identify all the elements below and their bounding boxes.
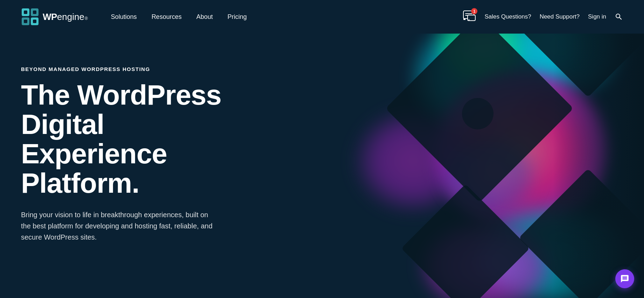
circle-cutout <box>462 98 493 129</box>
hero-content: BEYOND MANAGED WORDPRESS HOSTING The Wor… <box>21 56 266 243</box>
logo-registered: ® <box>85 16 88 21</box>
chat-widget-button[interactable] <box>615 269 634 288</box>
sign-in-link[interactable]: Sign in <box>588 13 606 20</box>
hero-title: The WordPress Digital Experience Platfor… <box>21 80 266 198</box>
hero-subtitle: Bring your vision to life in breakthroug… <box>21 209 217 243</box>
svg-rect-7 <box>33 20 36 23</box>
navbar-right: 1 Sales Questions? Need Support? Sign in <box>463 9 623 24</box>
nav-link-pricing[interactable]: Pricing <box>222 10 252 23</box>
svg-rect-6 <box>24 20 27 23</box>
sales-chat-icon-wrapper[interactable]: 1 <box>463 9 476 24</box>
hero-title-line1: The WordPress Digital <box>21 79 221 140</box>
logo-engine: engine <box>57 12 84 22</box>
nav-link-about[interactable]: About <box>191 10 218 23</box>
svg-rect-4 <box>24 10 27 14</box>
nav-link-resources[interactable]: Resources <box>146 10 187 23</box>
logo-icon <box>21 8 39 26</box>
logo[interactable]: WP engine ® <box>21 8 88 26</box>
navbar-left: WP engine ® Solutions Resources About Pr… <box>21 8 252 26</box>
diamond-shape-4 <box>401 184 530 298</box>
svg-rect-5 <box>33 10 36 14</box>
hero-title-line2: Experience Platform. <box>21 138 167 199</box>
need-support-link[interactable]: Need Support? <box>540 13 580 20</box>
chat-widget-icon <box>620 274 629 283</box>
nav-link-solutions[interactable]: Solutions <box>105 10 142 23</box>
edge-overlay <box>553 0 644 298</box>
nav-links: Solutions Resources About Pricing <box>105 10 252 23</box>
sales-questions-link[interactable]: Sales Questions? <box>484 13 531 20</box>
search-button[interactable] <box>615 13 623 21</box>
navbar: WP engine ® Solutions Resources About Pr… <box>0 0 644 34</box>
search-icon <box>615 13 623 21</box>
hero-eyebrow: BEYOND MANAGED WORDPRESS HOSTING <box>21 66 266 72</box>
dark-shapes <box>301 0 644 298</box>
notification-badge: 1 <box>471 8 477 14</box>
logo-wp: WP <box>43 12 57 22</box>
logo-text: WP engine ® <box>43 12 88 22</box>
hero-background-art <box>301 0 644 298</box>
hero-section: BEYOND MANAGED WORDPRESS HOSTING The Wor… <box>0 0 644 298</box>
